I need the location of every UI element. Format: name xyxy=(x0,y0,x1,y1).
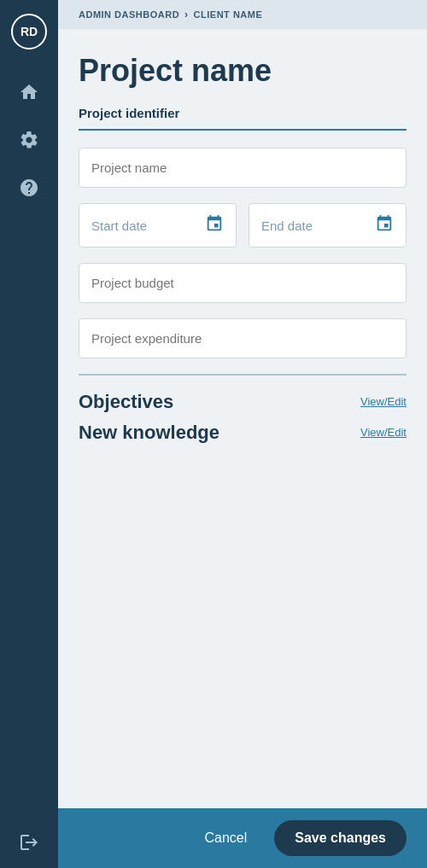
project-expenditure-input[interactable] xyxy=(79,318,407,358)
project-budget-group xyxy=(79,263,407,303)
footer: Cancel Save changes xyxy=(58,808,427,868)
main-content: ADMIN DASHBOARD › CLIENT NAME Project na… xyxy=(58,0,427,868)
new-knowledge-view-edit[interactable]: View/Edit xyxy=(360,426,407,439)
new-knowledge-title: New knowledge xyxy=(79,422,219,444)
sidebar-logo[interactable]: RD xyxy=(11,14,47,50)
objectives-row: Objectives View/Edit xyxy=(79,391,407,413)
objectives-title: Objectives xyxy=(79,391,173,413)
start-date-wrapper[interactable]: Start date xyxy=(79,203,237,248)
project-identifier-label: Project identifier xyxy=(79,106,407,120)
start-date-label: Start date xyxy=(91,218,147,233)
end-date-calendar-icon[interactable] xyxy=(375,214,394,236)
end-date-wrapper[interactable]: End date xyxy=(249,203,407,248)
breadcrumb-admin: ADMIN DASHBOARD xyxy=(79,9,179,20)
content-area: Project name Project identifier Start da… xyxy=(58,29,427,868)
sidebar-nav xyxy=(17,80,41,830)
sidebar-item-settings[interactable] xyxy=(17,128,41,152)
objectives-section: Objectives View/Edit New knowledge View/… xyxy=(79,374,407,444)
sidebar-item-home[interactable] xyxy=(17,80,41,104)
cancel-button[interactable]: Cancel xyxy=(190,824,260,853)
sidebar-item-help[interactable] xyxy=(17,176,41,200)
save-changes-button[interactable]: Save changes xyxy=(274,820,407,856)
start-date-calendar-icon[interactable] xyxy=(205,214,224,236)
project-expenditure-group xyxy=(79,318,407,358)
page-title: Project name xyxy=(79,53,407,89)
sidebar-bottom xyxy=(17,830,41,854)
new-knowledge-row: New knowledge View/Edit xyxy=(79,422,407,444)
end-date-label: End date xyxy=(261,218,313,233)
objectives-divider xyxy=(79,374,407,376)
date-row: Start date End date xyxy=(79,203,407,248)
breadcrumb: ADMIN DASHBOARD › CLIENT NAME xyxy=(58,0,427,29)
breadcrumb-separator: › xyxy=(184,9,189,20)
sidebar-item-logout[interactable] xyxy=(17,830,41,854)
breadcrumb-client: CLIENT NAME xyxy=(194,9,263,20)
project-name-input[interactable] xyxy=(79,148,407,188)
identifier-divider xyxy=(79,129,407,131)
project-name-group xyxy=(79,148,407,188)
sidebar: RD xyxy=(0,0,58,868)
objectives-view-edit[interactable]: View/Edit xyxy=(360,395,407,408)
project-budget-input[interactable] xyxy=(79,263,407,303)
